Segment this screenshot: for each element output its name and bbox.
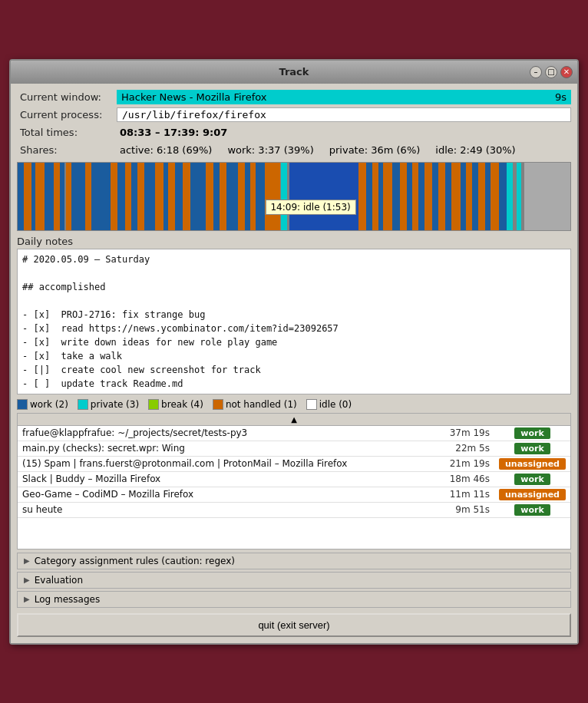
table-row[interactable]: main.py (checks): secret.wpr: Wing 22m 5… — [18, 441, 570, 456]
svg-rect-27 — [183, 163, 190, 230]
minimize-button[interactable]: – — [530, 66, 542, 78]
svg-rect-54 — [461, 163, 466, 230]
svg-rect-2 — [31, 163, 35, 230]
info-grid: Current window: Hacker News - Mozilla Fi… — [17, 90, 571, 157]
sort-arrow[interactable]: ▲ — [18, 414, 570, 426]
app-name-cell: su heute — [18, 502, 441, 517]
titlebar: Track – □ ✕ — [11, 61, 577, 84]
app-name-cell: Geo-Game – CodiMD – Mozilla Firefox — [18, 487, 441, 502]
svg-rect-16 — [256, 163, 265, 230]
svg-rect-57 — [499, 163, 507, 230]
legend-item: break (4) — [148, 399, 203, 410]
legend-swatch — [148, 399, 159, 410]
table-row[interactable]: Geo-Game – CodiMD – Mozilla Firefox 11m … — [18, 487, 570, 502]
table-row[interactable]: Slack | Buddy – Mozilla Firefox 18m 46s … — [18, 471, 570, 487]
table-row[interactable]: (15) Spam | frans.fuerst@protonmail.com … — [18, 456, 570, 471]
svg-rect-9 — [144, 163, 155, 230]
svg-rect-25 — [155, 163, 164, 230]
app-name-cell: main.py (checks): secret.wpr: Wing — [18, 441, 441, 456]
table-row[interactable]: su heute 9m 51s work — [18, 502, 570, 517]
category-badge[interactable]: work — [514, 504, 550, 516]
svg-rect-19 — [54, 163, 60, 230]
svg-rect-42 — [438, 163, 445, 230]
main-content: Current window: Hacker News - Mozilla Fi… — [11, 84, 577, 643]
category-badge[interactable]: unassigned — [499, 489, 566, 500]
app-category-cell[interactable]: work — [494, 441, 570, 456]
app-category-cell[interactable]: work — [494, 471, 570, 487]
daily-notes-label: Daily notes — [17, 236, 571, 247]
collapsible-header[interactable]: ▶Category assignment rules (caution: reg… — [18, 553, 570, 569]
svg-rect-37 — [372, 163, 378, 230]
category-badge[interactable]: work — [514, 427, 550, 439]
svg-rect-38 — [383, 163, 392, 230]
svg-rect-30 — [238, 163, 245, 230]
current-process-value: /usr/lib/firefox/firefox — [117, 107, 571, 122]
svg-rect-35 — [289, 163, 358, 230]
legend-label: private (3) — [91, 399, 139, 410]
svg-rect-34 — [281, 163, 287, 230]
app-table-container[interactable]: ▲ frafue@klappfrafue: ~/‌_projects/secre… — [17, 413, 571, 550]
svg-rect-44 — [466, 163, 472, 230]
shares-active: active: 6:18 (69%) — [120, 144, 212, 156]
timeline[interactable]: 14:09: idle (1:53) — [17, 162, 571, 231]
collapse-triangle-icon: ▶ — [24, 556, 30, 565]
maximize-button[interactable]: □ — [545, 66, 557, 78]
collapsible-section: ▶Category assignment rules (caution: reg… — [17, 553, 571, 569]
category-badge[interactable]: work — [514, 443, 550, 454]
app-category-cell[interactable]: unassigned — [494, 456, 570, 471]
collapsibles-container: ▶Category assignment rules (caution: reg… — [17, 553, 571, 608]
svg-rect-6 — [91, 163, 111, 230]
category-badge[interactable]: unassigned — [499, 458, 566, 470]
collapsible-label: Category assignment rules (caution: rege… — [35, 556, 235, 566]
category-badge[interactable]: work — [514, 474, 550, 485]
shares-label: Shares: — [17, 143, 117, 157]
collapsible-header[interactable]: ▶Log messages — [18, 592, 570, 607]
legend-swatch — [78, 399, 88, 410]
app-category-cell[interactable]: work — [494, 502, 570, 517]
daily-notes-content[interactable]: # 2020.05.09 – Saturday ## accomplished … — [17, 249, 571, 394]
legend-item: idle (0) — [306, 399, 352, 410]
svg-rect-21 — [85, 163, 91, 230]
legend-label: idle (0) — [319, 399, 352, 410]
svg-rect-49 — [392, 163, 400, 230]
shares-row: active: 6:18 (69%) work: 3:37 (39%) priv… — [117, 143, 571, 157]
app-name-cell: Slack | Buddy – Mozilla Firefox — [18, 471, 441, 487]
current-window-value: Hacker News - Mozilla Firefox 9s — [117, 90, 571, 104]
current-process-label: Current process: — [17, 107, 117, 122]
legend-swatch — [17, 399, 28, 410]
timeline-svg — [18, 163, 570, 230]
svg-rect-11 — [175, 163, 183, 230]
legend-item: not handled (1) — [213, 399, 297, 410]
collapsible-label: Evaluation — [35, 575, 83, 586]
svg-rect-1 — [18, 163, 24, 230]
app-time-cell: 18m 46s — [441, 471, 494, 487]
svg-rect-45 — [478, 163, 485, 230]
svg-rect-5 — [71, 163, 85, 230]
legend-label: work (2) — [30, 399, 68, 410]
legend-label: break (4) — [161, 399, 203, 410]
app-name-cell: (15) Spam | frans.fuerst@protonmail.com … — [18, 456, 441, 471]
legend-item: work (2) — [17, 399, 68, 410]
app-category-cell[interactable]: work — [494, 426, 570, 441]
window-controls: – □ ✕ — [530, 66, 573, 78]
legend-item: private (3) — [78, 399, 139, 410]
quit-button[interactable]: quit (exit server) — [17, 613, 571, 637]
current-window-label: Current window: — [17, 90, 117, 104]
legend-label: not handled (1) — [226, 399, 297, 410]
collapsible-header[interactable]: ▶Evaluation — [18, 573, 570, 588]
svg-rect-13 — [213, 163, 220, 230]
svg-rect-32 — [265, 163, 273, 230]
svg-rect-52 — [432, 163, 438, 230]
app-category-cell[interactable]: unassigned — [494, 487, 570, 502]
svg-rect-29 — [220, 163, 226, 230]
svg-rect-31 — [250, 163, 256, 230]
svg-rect-46 — [491, 163, 499, 230]
svg-rect-59 — [517, 163, 521, 230]
app-time-cell: 9m 51s — [441, 502, 494, 517]
collapse-triangle-icon: ▶ — [24, 595, 30, 603]
svg-rect-55 — [472, 163, 478, 230]
close-button[interactable]: ✕ — [560, 66, 573, 78]
svg-rect-18 — [35, 163, 45, 230]
svg-rect-15 — [245, 163, 250, 230]
table-row[interactable]: frafue@klappfrafue: ~/‌_projects/secret/… — [18, 426, 570, 441]
